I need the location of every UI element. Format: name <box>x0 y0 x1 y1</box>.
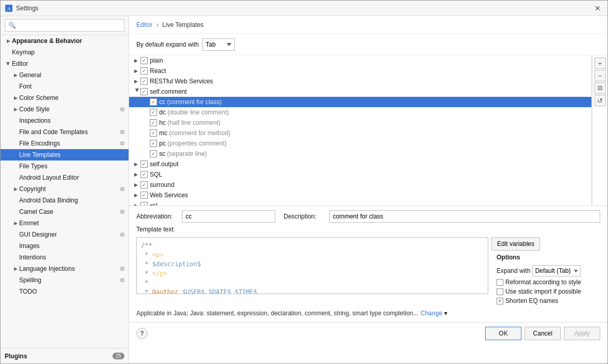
template-checkbox[interactable] <box>140 88 148 95</box>
sidebar-item-gui-designer[interactable]: GUI Designer ⚙ <box>1 229 129 240</box>
sidebar-item-android-layout[interactable]: Android Layout Editor <box>1 172 129 183</box>
sidebar-item-live-templates[interactable]: Live Templates <box>1 149 129 161</box>
template-checkbox[interactable] <box>140 192 148 199</box>
template-group-surround[interactable]: ▶ surround <box>129 180 591 190</box>
sidebar-item-color-scheme[interactable]: ▶ Color Scheme <box>1 92 129 104</box>
copy-template-button[interactable]: ⧉ <box>595 82 606 94</box>
template-checkbox[interactable] <box>150 129 157 137</box>
sidebar-item-language-injections[interactable]: ▶ Language Injections ⚙ <box>1 263 129 274</box>
sidebar-item-todo[interactable]: TODO <box>1 286 129 297</box>
template-checkbox[interactable] <box>140 57 148 64</box>
sidebar-item-keymap[interactable]: Keymap <box>1 47 129 58</box>
static-import-checkbox[interactable] <box>497 288 503 295</box>
template-label: mc (comment for method) <box>159 129 230 137</box>
sidebar-item-file-code-templates[interactable]: File and Code Templates ⚙ <box>1 126 129 138</box>
revert-template-button[interactable]: ↺ <box>595 95 606 106</box>
template-checkbox[interactable] <box>150 140 157 147</box>
change-arrow: ▾ <box>444 310 447 317</box>
template-group-plain[interactable]: ▶ plain <box>129 55 591 66</box>
template-item-sc[interactable]: sc (separate line) <box>129 149 591 159</box>
title-bar: A Settings ✕ <box>1 1 607 16</box>
template-group-self-comment[interactable]: ▶ self.comment <box>129 86 591 97</box>
template-group-react[interactable]: ▶ React <box>129 66 591 76</box>
template-item-cc[interactable]: cc (comment for class) <box>129 97 591 107</box>
template-label: pc (properties comment) <box>159 140 227 147</box>
template-checkbox[interactable] <box>140 67 148 75</box>
breadcrumb-parent[interactable]: Editor <box>136 21 152 28</box>
reformat-checkbox[interactable] <box>497 279 503 286</box>
sidebar-item-label: File Types <box>19 163 126 170</box>
edit-variables-button[interactable]: Edit variables <box>491 237 540 251</box>
desc-label: Description: <box>284 213 325 220</box>
window-title: Settings <box>16 5 592 12</box>
sidebar-item-spelling[interactable]: Spelling ⚙ <box>1 274 129 286</box>
sidebar-item-file-encodings[interactable]: File Encodings ⚙ <box>1 138 129 149</box>
sidebar-item-emmet[interactable]: ▶ Emmet <box>1 217 129 229</box>
template-group-sql[interactable]: ▶ SQL <box>129 169 591 180</box>
sidebar-item-label: Live Templates <box>19 151 126 158</box>
shorten-eq-checkbox[interactable] <box>497 298 503 304</box>
template-label: React <box>150 67 166 75</box>
template-editor: /** * <p> * $description$ * </p> * * @au… <box>136 237 600 304</box>
template-group-web-services[interactable]: ▶ Web Services <box>129 190 591 200</box>
template-label: plain <box>150 57 163 64</box>
template-checkbox[interactable] <box>140 181 148 188</box>
ok-button[interactable]: OK <box>485 327 521 340</box>
sidebar-item-intentions[interactable]: Intentions <box>1 252 129 263</box>
settings-icon: ⚙ <box>118 185 126 193</box>
sidebar-item-font[interactable]: Font <box>1 81 129 92</box>
sidebar-item-file-types[interactable]: File Types <box>1 161 129 172</box>
settings-icon: ⚙ <box>118 139 126 148</box>
template-item-hc[interactable]: hc (half line comment) <box>129 118 591 128</box>
sidebar-item-label: Color Scheme <box>19 94 126 101</box>
template-item-dc[interactable]: dc (double line comment) <box>129 107 591 118</box>
template-checkbox[interactable] <box>150 119 157 126</box>
template-group-xsl[interactable]: ▶ xsl <box>129 200 591 206</box>
remove-template-button[interactable]: − <box>595 70 606 81</box>
template-checkbox[interactable] <box>140 161 148 168</box>
sidebar-item-android-data[interactable]: Android Data Binding <box>1 195 129 206</box>
help-button[interactable]: ? <box>136 328 148 339</box>
shorten-eq-row: Shorten EQ names <box>497 297 600 304</box>
template-item-mc[interactable]: mc (comment for method) <box>129 128 591 138</box>
apply-button[interactable]: Apply <box>564 327 600 340</box>
sidebar-item-camel-case[interactable]: Camel Case ⚙ <box>1 206 129 217</box>
expand-with-select[interactable]: Default (Tab) Tab Enter Space <box>532 265 581 276</box>
chevron-down-icon: ▶ <box>135 89 140 95</box>
sidebar-item-inspections[interactable]: Inspections <box>1 115 129 126</box>
abbrev-input[interactable] <box>182 210 275 223</box>
template-checkbox[interactable] <box>150 109 157 116</box>
sidebar-item-general[interactable]: ▶ General <box>1 69 129 81</box>
template-checkbox[interactable] <box>150 98 157 106</box>
close-button[interactable]: ✕ <box>592 3 603 14</box>
plugins-label[interactable]: Plugins <box>5 353 27 360</box>
sidebar-item-code-style[interactable]: ▶ Code Style ⚙ <box>1 104 129 115</box>
search-input[interactable] <box>5 19 124 32</box>
template-item-pc[interactable]: pc (properties comment) <box>129 138 591 149</box>
template-checkbox[interactable] <box>140 202 148 206</box>
template-checkbox[interactable] <box>150 150 157 157</box>
change-link[interactable]: Change <box>420 310 442 317</box>
add-template-button[interactable]: + <box>595 57 606 69</box>
expand-with-label: Expand with <box>497 267 530 274</box>
sidebar-item-label: GUI Designer <box>19 231 118 238</box>
chevron-right-icon: ▶ <box>5 38 12 43</box>
cancel-button[interactable]: Cancel <box>525 327 561 340</box>
template-checkbox[interactable] <box>140 78 148 85</box>
template-checkbox[interactable] <box>140 171 148 178</box>
svg-text:A: A <box>7 6 10 11</box>
plugins-badge: 25 <box>112 353 124 359</box>
sidebar-item-editor[interactable]: ▶ Editor <box>1 58 129 69</box>
settings-icon: ⚙ <box>118 128 126 136</box>
sidebar-item-appearance[interactable]: ▶ Appearance & Behavior <box>1 35 129 47</box>
sidebar-item-label: Android Data Binding <box>19 197 126 204</box>
expand-select[interactable]: Tab Enter Space <box>202 38 235 51</box>
template-group-restful[interactable]: ▶ RESTful Web Services <box>129 76 591 86</box>
chevron-right-icon: ▶ <box>134 182 140 187</box>
desc-input[interactable] <box>329 210 600 223</box>
search-box <box>1 16 129 35</box>
sidebar-item-images[interactable]: Images <box>1 240 129 252</box>
sidebar-item-label: Language Injections <box>19 265 118 272</box>
template-group-self-output[interactable]: ▶ self.output <box>129 159 591 169</box>
sidebar-item-copyright[interactable]: ▶ Copyright ⚙ <box>1 183 129 195</box>
